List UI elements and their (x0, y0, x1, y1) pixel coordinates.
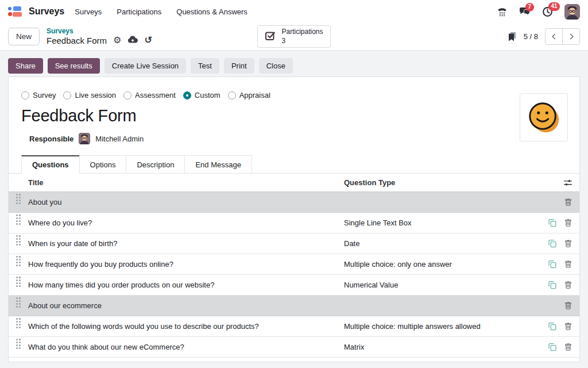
duplicate-copy-icon[interactable] (548, 343, 556, 351)
survey-image-field[interactable] (520, 93, 568, 141)
bookmark-icon[interactable] (508, 32, 517, 41)
form-sheet: SurveyLive sessionAssessmentCustomApprai… (8, 76, 580, 362)
drag-handle-icon[interactable] (16, 318, 18, 320)
breadcrumb-current: Feedback Form (47, 36, 107, 45)
row-title: What do you think about our new eCommerc… (28, 343, 344, 351)
row-question-type: Date (344, 239, 543, 248)
survey-title-field[interactable]: Feedback Form (21, 105, 579, 126)
odoo-apps-logo-icon[interactable] (8, 5, 22, 18)
radio-selected-icon (183, 91, 191, 99)
activities-clock-icon[interactable]: 41 (542, 6, 553, 17)
create-live-session-button[interactable]: Create Live Session (105, 58, 186, 74)
delete-trash-icon[interactable] (564, 260, 572, 269)
row-title: About our ecommerce (28, 301, 344, 310)
drag-handle-icon[interactable] (16, 235, 18, 237)
radio-label: Appraisal (239, 91, 270, 99)
delete-trash-icon[interactable] (564, 219, 572, 227)
drag-handle-icon[interactable] (16, 214, 18, 216)
survey-type-option-appraisal[interactable]: Appraisal (228, 91, 270, 99)
drag-handle-icon[interactable] (16, 297, 18, 299)
duplicate-copy-icon[interactable] (548, 281, 556, 289)
radio-label: Custom (195, 91, 220, 99)
duplicate-copy-icon[interactable] (548, 322, 556, 331)
menu-surveys[interactable]: Surveys (75, 7, 102, 16)
activities-badge: 41 (548, 2, 560, 11)
save-cloud-icon[interactable] (127, 36, 138, 45)
messages-badge: 7 (525, 3, 534, 12)
pager-next-button[interactable] (562, 28, 580, 45)
tab-end-message[interactable]: End Message (184, 155, 252, 174)
drag-handle-icon[interactable] (16, 277, 18, 278)
discard-undo-icon[interactable]: ↺ (144, 36, 152, 45)
survey-type-radios: SurveyLive sessionAssessmentCustomApprai… (21, 91, 579, 99)
top-navbar: Surveys Surveys Participations Questions… (0, 0, 588, 23)
main-menu: Surveys Participations Questions & Answe… (75, 7, 247, 16)
row-title: How frequently do you buy products onlin… (28, 260, 344, 269)
responsible-avatar (79, 133, 90, 144)
row-title: When is your date of birth? (28, 239, 344, 248)
questions-table-body: About youWhere do you live?Single Line T… (9, 192, 579, 358)
drag-handle-icon[interactable] (16, 339, 18, 340)
duplicate-copy-icon[interactable] (548, 260, 556, 269)
duplicate-copy-icon[interactable] (548, 218, 556, 227)
question-row[interactable]: How many times did you order products on… (9, 275, 579, 296)
column-title[interactable]: Title (28, 178, 344, 187)
survey-type-option-survey[interactable]: Survey (21, 91, 56, 99)
tab-questions[interactable]: Questions (21, 155, 80, 174)
stat-label: Participations (281, 28, 323, 37)
gear-icon[interactable]: ⚙ (113, 36, 121, 45)
survey-type-option-custom[interactable]: Custom (183, 91, 220, 99)
breadcrumb-surveys-link[interactable]: Surveys (47, 28, 152, 36)
pager[interactable]: 5 / 8 (524, 32, 538, 41)
drag-handle-icon[interactable] (16, 194, 18, 195)
share-button[interactable]: Share (8, 58, 43, 74)
drag-handle-icon[interactable] (16, 256, 18, 258)
delete-trash-icon[interactable] (564, 323, 572, 331)
delete-trash-icon[interactable] (564, 343, 572, 351)
test-button[interactable]: Test (191, 58, 219, 74)
questions-table-header: Title Question Type (9, 174, 579, 192)
delete-trash-icon[interactable] (564, 281, 572, 289)
optional-columns-icon[interactable] (564, 179, 572, 187)
question-row[interactable]: Which of the following words would you u… (9, 316, 579, 337)
close-button[interactable]: Close (259, 58, 293, 74)
menu-participations[interactable]: Participations (117, 7, 161, 16)
delete-trash-icon[interactable] (564, 302, 572, 310)
participations-stat-button[interactable]: Participations 3 (257, 25, 330, 48)
radio-label: Assessment (135, 91, 176, 99)
control-panel: New Surveys Feedback Form ⚙ ↺ (0, 23, 588, 51)
tab-description[interactable]: Description (126, 155, 185, 174)
print-button[interactable]: Print (224, 58, 254, 74)
new-button[interactable]: New (8, 28, 40, 45)
see-results-button[interactable]: See results (48, 58, 100, 74)
question-row[interactable]: When is your date of birth?Date (9, 233, 579, 254)
radio-label: Live session (75, 91, 116, 99)
app-title[interactable]: Surveys (29, 6, 64, 17)
user-avatar[interactable] (564, 4, 580, 20)
voip-phone-icon[interactable] (497, 6, 508, 17)
row-title: About you (28, 198, 344, 206)
action-button-bar: Share See results Create Live Session Te… (0, 51, 588, 76)
row-question-type: Matrix (344, 343, 543, 351)
responsible-name[interactable]: Mitchell Admin (95, 135, 144, 143)
row-question-type: Numerical Value (344, 281, 543, 289)
messages-icon[interactable]: 7 (519, 7, 531, 17)
survey-type-option-live-session[interactable]: Live session (63, 91, 116, 99)
question-row[interactable]: How frequently do you buy products onlin… (9, 254, 579, 275)
delete-trash-icon[interactable] (564, 240, 572, 248)
section-row[interactable]: About our ecommerce (9, 296, 579, 316)
question-row[interactable]: What do you think about our new eCommerc… (9, 337, 579, 358)
pager-previous-button[interactable] (545, 28, 563, 45)
menu-questions-answers[interactable]: Questions & Answers (176, 7, 247, 16)
column-question-type[interactable]: Question Type (344, 178, 543, 187)
row-title: How many times did you order products on… (28, 281, 344, 289)
delete-trash-icon[interactable] (564, 198, 572, 206)
duplicate-copy-icon[interactable] (548, 239, 556, 248)
question-row[interactable]: Where do you live?Single Line Text Box (9, 213, 579, 233)
responsible-label: Responsible (29, 135, 74, 143)
tab-options[interactable]: Options (79, 155, 127, 174)
row-question-type: Multiple choice: multiple answers allowe… (344, 322, 543, 331)
smiley-face-image (526, 99, 562, 135)
section-row[interactable]: About you (9, 192, 579, 213)
survey-type-option-assessment[interactable]: Assessment (123, 91, 176, 99)
